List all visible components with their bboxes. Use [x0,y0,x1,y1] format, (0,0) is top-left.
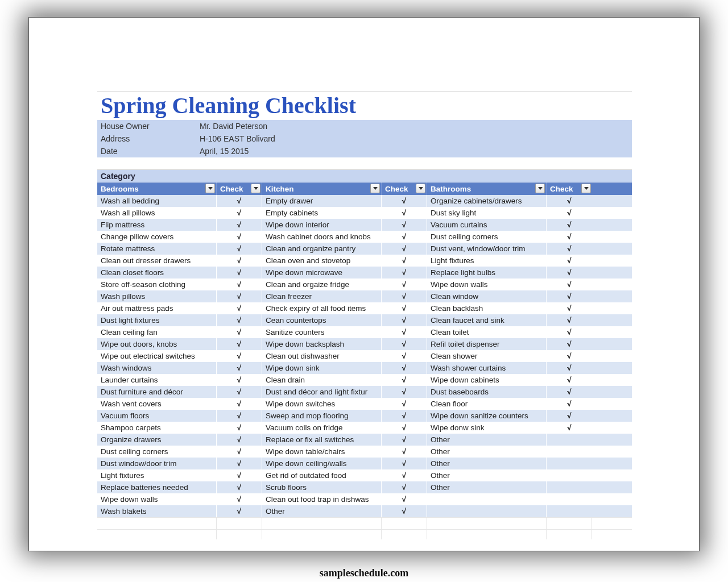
bedrooms-check[interactable]: √ [217,350,262,362]
bedrooms-check[interactable]: √ [217,255,262,267]
bathrooms-check[interactable]: √ [547,338,592,350]
bedrooms-check[interactable]: √ [217,458,262,469]
bedrooms-check[interactable]: √ [217,386,262,398]
bedrooms-check[interactable]: √ [217,195,262,207]
kitchen-check[interactable]: √ [382,302,427,314]
bedrooms-task: Vacuum floors [97,410,217,422]
kitchen-check[interactable]: √ [382,255,427,267]
kitchen-check[interactable]: √ [382,458,427,469]
bathrooms-check[interactable]: √ [547,410,592,422]
kitchen-check[interactable]: √ [382,505,427,517]
header-bathrooms[interactable]: Bathrooms [427,182,547,195]
bathrooms-check[interactable] [547,446,592,458]
kitchen-check[interactable]: √ [382,290,427,302]
kitchen-check[interactable]: √ [382,314,427,326]
bedrooms-check[interactable]: √ [217,290,262,302]
bathrooms-check[interactable] [547,481,592,493]
bathrooms-check[interactable] [547,458,592,469]
kitchen-check[interactable]: √ [382,493,427,505]
bathrooms-check[interactable]: √ [547,374,592,386]
bedrooms-check[interactable]: √ [217,243,262,255]
bedrooms-check[interactable]: √ [217,398,262,410]
bedrooms-check[interactable]: √ [217,338,262,350]
kitchen-check[interactable]: √ [382,231,427,243]
bathrooms-check[interactable]: √ [547,278,592,290]
filter-dropdown-icon[interactable] [370,184,380,193]
kitchen-check[interactable]: √ [382,422,427,434]
filter-dropdown-icon[interactable] [581,184,591,193]
bathrooms-check[interactable]: √ [547,267,592,278]
bedrooms-check[interactable]: √ [217,362,262,374]
bedrooms-task: Wipe down walls [97,493,217,505]
bedrooms-check[interactable]: √ [217,207,262,219]
bathrooms-check[interactable] [547,493,592,505]
bathrooms-check[interactable]: √ [547,207,592,219]
bedrooms-check[interactable]: √ [217,481,262,493]
kitchen-check[interactable]: √ [382,219,427,231]
bedrooms-check[interactable]: √ [217,231,262,243]
bedrooms-task: Shampoo carpets [97,422,217,434]
category-row: Category [97,170,632,182]
bathrooms-check[interactable]: √ [547,290,592,302]
bedrooms-check[interactable]: √ [217,505,262,517]
bathrooms-check[interactable]: √ [547,302,592,314]
bathrooms-check[interactable]: √ [547,255,592,267]
kitchen-task: Clean out dishwasher [262,350,382,362]
bedrooms-check[interactable]: √ [217,374,262,386]
bedrooms-check[interactable]: √ [217,410,262,422]
bathrooms-check[interactable]: √ [547,231,592,243]
bathrooms-check[interactable]: √ [547,314,592,326]
kitchen-check[interactable]: √ [382,469,427,481]
bedrooms-check[interactable]: √ [217,422,262,434]
kitchen-check[interactable]: √ [382,278,427,290]
filter-dropdown-icon[interactable] [416,184,425,193]
bedrooms-check[interactable]: √ [217,446,262,458]
kitchen-check[interactable]: √ [382,446,427,458]
bathrooms-check[interactable]: √ [547,398,592,410]
bathrooms-check[interactable] [547,469,592,481]
kitchen-check[interactable]: √ [382,481,427,493]
kitchen-check[interactable]: √ [382,243,427,255]
bedrooms-check[interactable]: √ [217,314,262,326]
kitchen-check[interactable]: √ [382,267,427,278]
kitchen-check[interactable]: √ [382,398,427,410]
bathrooms-check[interactable] [547,434,592,446]
kitchen-check[interactable]: √ [382,326,427,338]
header-check-1[interactable]: Check [217,182,262,195]
bedrooms-check[interactable]: √ [217,278,262,290]
kitchen-check[interactable]: √ [382,386,427,398]
bedrooms-check[interactable]: √ [217,302,262,314]
header-bedrooms[interactable]: Bedrooms [97,182,217,195]
table-row: Wash blakets√Other√ [97,505,632,517]
kitchen-check[interactable]: √ [382,350,427,362]
kitchen-check[interactable]: √ [382,338,427,350]
bathrooms-check[interactable]: √ [547,243,592,255]
bathrooms-check[interactable]: √ [547,195,592,207]
kitchen-check[interactable]: √ [382,195,427,207]
header-check-3[interactable]: Check [547,182,592,195]
bathrooms-check[interactable]: √ [547,219,592,231]
bedrooms-check[interactable]: √ [217,219,262,231]
kitchen-check[interactable]: √ [382,207,427,219]
bedrooms-check[interactable]: √ [217,434,262,446]
bedrooms-check[interactable]: √ [217,267,262,278]
bathrooms-check[interactable]: √ [547,386,592,398]
filter-dropdown-icon[interactable] [535,184,545,193]
kitchen-check[interactable]: √ [382,434,427,446]
bathrooms-check[interactable]: √ [547,422,592,434]
filter-dropdown-icon[interactable] [205,184,215,193]
bathrooms-check[interactable] [547,505,592,517]
filter-dropdown-icon[interactable] [251,184,260,193]
kitchen-check[interactable]: √ [382,362,427,374]
kitchen-check[interactable]: √ [382,410,427,422]
header-check-label: Check [550,185,573,193]
bedrooms-check[interactable]: √ [217,326,262,338]
bathrooms-check[interactable]: √ [547,350,592,362]
kitchen-check[interactable]: √ [382,374,427,386]
bedrooms-check[interactable]: √ [217,469,262,481]
bathrooms-check[interactable]: √ [547,326,592,338]
header-kitchen[interactable]: Kitchen [262,182,382,195]
bathrooms-check[interactable]: √ [547,362,592,374]
bedrooms-check[interactable]: √ [217,493,262,505]
header-check-2[interactable]: Check [382,182,427,195]
